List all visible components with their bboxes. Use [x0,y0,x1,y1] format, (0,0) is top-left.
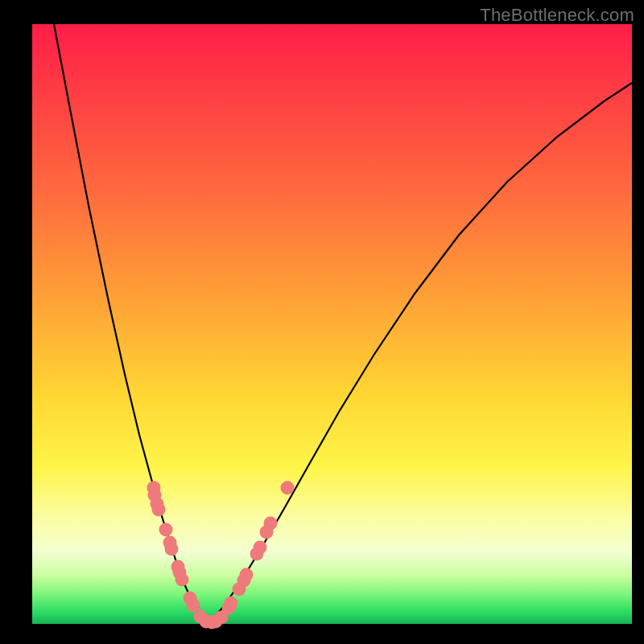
watermark-text: TheBottleneck.com [480,5,634,26]
marker-dot [159,523,173,537]
curve-left-branch [54,24,208,624]
marker-dot [187,599,200,613]
marker-dot [281,481,295,495]
marker-dot [225,597,238,610]
curve-right-branch [208,83,632,624]
marker-dot [165,543,179,556]
marker-dot [152,503,166,517]
chart-frame: TheBottleneck.com [0,0,644,644]
plot-area [32,24,632,624]
marker-group [147,481,295,630]
marker-dot [240,568,254,582]
marker-dot [175,573,189,587]
curve-layer [32,24,632,624]
marker-dot [254,541,267,555]
marker-dot [264,517,278,530]
